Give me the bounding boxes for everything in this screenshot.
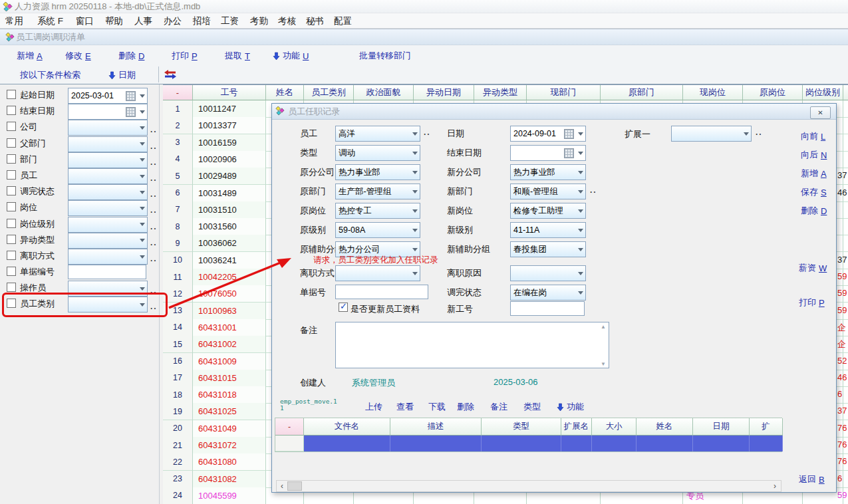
field-select-调完状态[interactable]: 在编在岗 xyxy=(510,285,586,301)
filter-checkbox-离职方式[interactable] xyxy=(7,251,16,260)
menu-item-4[interactable]: 帮助 xyxy=(105,15,123,27)
dialog-新增-button[interactable]: 新增A xyxy=(801,168,827,180)
filter-more-button[interactable]: .. xyxy=(150,238,158,247)
grid-column-header-工号[interactable]: 工号 xyxy=(193,85,266,100)
update-employee-data-checkbox[interactable] xyxy=(339,303,348,312)
dialog-return-button[interactable]: 返回B xyxy=(799,473,825,485)
file-grid-selected-row[interactable] xyxy=(275,436,304,453)
attachment-功能-button[interactable]: 功能 xyxy=(557,401,584,413)
ext-field-select[interactable] xyxy=(671,126,752,142)
chevron-down-icon[interactable] xyxy=(137,297,147,312)
dialog-保存-button[interactable]: 保存S xyxy=(801,186,827,198)
chevron-down-icon[interactable] xyxy=(137,88,147,103)
filter-checkbox-结束日期[interactable] xyxy=(7,106,16,115)
batch-transfer-department-button[interactable]: 批量转移部门 xyxy=(359,50,411,62)
grid-column-header-原部门[interactable]: 原部门 xyxy=(601,85,683,100)
field-select-员工[interactable]: 高洋 xyxy=(335,126,420,142)
filter-checkbox-部门[interactable] xyxy=(7,154,16,164)
note-scroll-up-icon[interactable]: ▲ xyxy=(601,324,606,330)
field-input-单据号[interactable] xyxy=(335,285,428,299)
toolbar-删除-button[interactable]: 删除D xyxy=(118,50,144,62)
menu-item-7[interactable]: 招培 xyxy=(193,15,211,27)
field-select-原部门[interactable]: 生产部-管理组 xyxy=(335,184,420,199)
attachment-下载-button[interactable]: 下载 xyxy=(428,401,446,413)
grid-column-header-现部门[interactable]: 现部门 xyxy=(527,85,601,100)
file-grid-column-header-姓名[interactable]: 姓名 xyxy=(636,418,693,436)
filter-select-部门[interactable] xyxy=(68,152,148,168)
ext-more-button[interactable]: .. xyxy=(756,128,763,137)
filter-checkbox-公司[interactable] xyxy=(7,122,16,131)
filter-select-操作员[interactable] xyxy=(68,281,148,297)
swap-columns-icon[interactable] xyxy=(164,70,176,81)
dialog-salary-button[interactable]: 薪资W xyxy=(799,262,827,274)
grid-column-header-异动类型[interactable]: 异动类型 xyxy=(474,85,527,100)
filter-more-button[interactable]: .. xyxy=(150,286,158,295)
chevron-down-icon[interactable] xyxy=(410,203,420,218)
dialog-horizontal-scrollbar[interactable]: ‹ › xyxy=(276,480,781,492)
filter-more-button[interactable]: .. xyxy=(150,222,158,231)
menu-item-2[interactable]: 系统 F xyxy=(37,15,63,27)
menu-item-8[interactable]: 工资 xyxy=(221,15,239,27)
chevron-down-icon[interactable] xyxy=(137,281,147,296)
grid-column-header--[interactable]: - xyxy=(163,85,193,100)
grid-column-header-员工类别[interactable]: 员工类别 xyxy=(304,85,354,100)
file-grid-selection[interactable] xyxy=(304,436,783,451)
dialog-print-button[interactable]: 打印P xyxy=(799,297,825,309)
toolbar-打印-button[interactable]: 打印P xyxy=(172,50,198,62)
chevron-down-icon[interactable] xyxy=(575,165,585,180)
filter-date-起始日期[interactable]: 2025-03-01 xyxy=(68,88,148,104)
filter-checkbox-父部门[interactable] xyxy=(7,138,16,148)
filter-more-button[interactable]: .. xyxy=(150,254,158,263)
field-more-button[interactable]: .. xyxy=(424,128,431,137)
chevron-down-icon[interactable] xyxy=(575,146,585,160)
file-grid-column-header-扩展名[interactable]: 扩展名 xyxy=(561,418,592,436)
file-grid-column-header-扩[interactable]: 扩 xyxy=(750,418,783,436)
grid-column-header-原[interactable]: 原 xyxy=(843,85,848,100)
attachment-删除-button[interactable]: 删除 xyxy=(457,401,474,413)
menu-item-1[interactable]: 常用 xyxy=(5,15,23,27)
filter-more-button[interactable]: .. xyxy=(150,142,158,151)
field-date-日期[interactable]: 2024-09-01 xyxy=(510,126,586,142)
chevron-down-icon[interactable] xyxy=(410,184,420,199)
field-select-离职原因[interactable] xyxy=(510,265,586,281)
chevron-down-icon[interactable] xyxy=(137,169,147,184)
field-select-新辅助分组[interactable]: 春投集团 xyxy=(510,241,586,257)
chevron-down-icon[interactable] xyxy=(575,242,585,257)
field-select-原岗位[interactable]: 热控专工 xyxy=(335,203,420,219)
chevron-down-icon[interactable] xyxy=(410,126,420,141)
filter-checkbox-单据编号[interactable] xyxy=(7,267,16,276)
filter-more-button[interactable]: .. xyxy=(150,174,158,183)
chevron-down-icon[interactable] xyxy=(741,126,751,141)
toolbar-修改-button[interactable]: 修改E xyxy=(65,50,91,62)
chevron-down-icon[interactable] xyxy=(137,249,147,264)
filter-select-公司[interactable] xyxy=(68,120,148,136)
close-icon[interactable]: ✕ xyxy=(810,106,831,119)
new-employee-id-input[interactable] xyxy=(510,301,585,316)
field-select-原分公司[interactable]: 热力事业部 xyxy=(335,164,420,180)
filter-select-员工[interactable] xyxy=(68,168,148,184)
filter-more-button[interactable]: .. xyxy=(150,205,158,215)
filter-checkbox-起始日期[interactable] xyxy=(7,90,16,99)
grid-column-header-现岗位[interactable]: 现岗位 xyxy=(683,85,743,100)
file-grid-column-header-大小[interactable]: 大小 xyxy=(592,418,636,436)
filter-input-单据编号[interactable] xyxy=(68,265,146,279)
filter-select-岗位[interactable] xyxy=(68,200,148,216)
field-select-离职方式[interactable] xyxy=(335,265,420,281)
field-select-新分公司[interactable]: 热力事业部 xyxy=(510,164,586,180)
filter-checkbox-调完状态[interactable] xyxy=(7,186,16,195)
date-dropdown-button[interactable]: 日期 xyxy=(108,69,136,81)
filter-checkbox-岗位[interactable] xyxy=(7,202,16,211)
grid-column-header-异动日期[interactable]: 异动日期 xyxy=(414,85,474,100)
chevron-down-icon[interactable] xyxy=(410,266,420,281)
filter-checkbox-岗位级别[interactable] xyxy=(7,219,16,228)
field-select-原级别[interactable]: 59-08A xyxy=(335,222,420,238)
field-select-新岗位[interactable]: 检修专工助理 xyxy=(510,203,586,219)
menu-item-9[interactable]: 考勤 xyxy=(250,15,268,27)
chevron-down-icon[interactable] xyxy=(575,126,585,141)
grid-column-header-姓名[interactable]: 姓名 xyxy=(266,85,304,100)
scroll-left-icon[interactable]: ‹ xyxy=(277,481,287,491)
grid-column-header-岗位级别[interactable]: 岗位级别 xyxy=(803,85,843,100)
search-by-conditions-button[interactable]: 按以下条件检索 xyxy=(20,69,80,81)
chevron-down-icon[interactable] xyxy=(575,266,585,281)
file-grid-column-header--[interactable]: - xyxy=(275,418,304,436)
